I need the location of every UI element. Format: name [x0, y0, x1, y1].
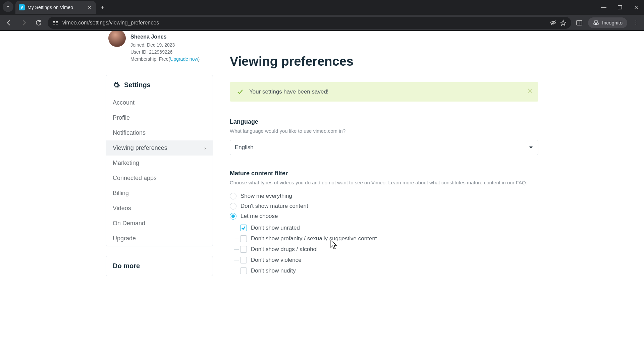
faq-link[interactable]: FAQ: [516, 180, 526, 185]
settings-nav-card: Settings AccountProfileNotificationsView…: [106, 75, 213, 246]
profile-joined: Joined: Dec 19, 2023: [130, 42, 200, 49]
radio-label: Let me choose: [240, 213, 278, 220]
radio-show-me-everything[interactable]: Show me everything: [230, 191, 538, 201]
mature-radio-group: Show me everythingDon't show mature cont…: [230, 191, 538, 276]
svg-point-10: [594, 23, 596, 25]
banner-text: Your settings have been saved!: [249, 88, 329, 95]
settings-title: Settings: [124, 81, 151, 89]
checkbox-input[interactable]: [240, 257, 247, 263]
language-select[interactable]: English: [230, 140, 538, 155]
bookmark-star-icon[interactable]: [560, 19, 567, 26]
profile-name: Sheena Jones: [130, 33, 200, 41]
profile-block: Sheena Jones Joined: Dec 19, 2023 User I…: [106, 33, 213, 63]
profile-membership: Membership: Free(Upgrade now): [130, 56, 200, 63]
svg-rect-5: [56, 24, 58, 24]
browser-tab[interactable]: v My Settings on Vimeo ✕: [15, 1, 96, 14]
tab-close-button[interactable]: ✕: [87, 4, 93, 10]
site-info-icon[interactable]: [52, 19, 59, 26]
checkbox-input[interactable]: [240, 246, 247, 253]
eye-off-icon[interactable]: [550, 19, 556, 26]
svg-rect-1: [53, 22, 55, 23]
checkbox-don-t-show-unrated[interactable]: Don't show unrated: [234, 223, 538, 233]
sidebar-item-connected-apps[interactable]: Connected apps: [106, 171, 213, 186]
mature-desc: Choose what types of videos you do and d…: [230, 179, 538, 187]
svg-rect-4: [56, 22, 58, 23]
tab-title: My Settings on Vimeo: [28, 5, 84, 10]
arrow-right-icon: [20, 19, 27, 26]
radio-don-t-show-mature-content[interactable]: Don't show mature content: [230, 201, 538, 211]
language-title: Language: [230, 118, 538, 125]
profile-user-id: User ID: 212969226: [130, 49, 200, 56]
svg-line-7: [551, 20, 555, 25]
checkbox-label: Don't show nudity: [251, 267, 296, 274]
forward-button[interactable]: [18, 17, 30, 28]
checkbox-input[interactable]: [240, 225, 247, 231]
radio-let-me-choose[interactable]: Let me choose: [230, 211, 538, 221]
sidebar-item-billing[interactable]: Billing: [106, 186, 213, 201]
sidebar-item-viewing-preferences[interactable]: Viewing preferences›: [106, 140, 213, 156]
chevron-down-icon: [529, 145, 533, 150]
window-minimize-button[interactable]: —: [596, 0, 612, 15]
checkbox-input[interactable]: [240, 267, 247, 274]
language-value: English: [235, 144, 254, 151]
svg-rect-3: [56, 21, 58, 22]
checkbox-don-t-show-profanity-sexually-suggestive-content[interactable]: Don't show profanity / sexually suggesti…: [234, 233, 538, 244]
sidebar-item-on-demand[interactable]: On Demand: [106, 216, 213, 231]
do-more-title: Do more: [113, 262, 140, 270]
reload-icon: [35, 19, 42, 26]
radio-label: Show me everything: [240, 193, 292, 199]
do-more-card: Do more: [106, 256, 213, 276]
svg-rect-0: [53, 21, 55, 22]
upgrade-link[interactable]: Upgrade now: [170, 56, 198, 62]
radio-input[interactable]: [230, 193, 236, 199]
side-panel-icon[interactable]: [575, 18, 584, 27]
sidebar-item-upgrade[interactable]: Upgrade: [106, 231, 213, 246]
checkbox-label: Don't show drugs / alcohol: [251, 246, 318, 253]
chevron-down-icon: [6, 5, 10, 9]
search-tabs-button[interactable]: [3, 1, 13, 12]
svg-rect-2: [53, 24, 55, 24]
svg-point-11: [596, 23, 598, 25]
window-maximize-button[interactable]: ❐: [612, 0, 628, 15]
checkbox-input[interactable]: [240, 235, 247, 242]
mature-title: Mature content filter: [230, 170, 538, 177]
banner-close-button[interactable]: ✕: [527, 87, 533, 96]
checkbox-label: Don't show violence: [251, 257, 302, 263]
page-title: Viewing preferences: [230, 54, 538, 69]
checkbox-don-t-show-drugs-alcohol[interactable]: Don't show drugs / alcohol: [234, 244, 538, 255]
sidebar-item-marketing[interactable]: Marketing: [106, 156, 213, 171]
language-desc: What language would you like to use vime…: [230, 127, 538, 135]
page-viewport: Sheena Jones Joined: Dec 19, 2023 User I…: [0, 31, 644, 362]
sidebar-item-account[interactable]: Account: [106, 95, 213, 110]
address-bar[interactable]: vimeo.com/settings/viewing_preferences: [48, 17, 571, 29]
new-tab-button[interactable]: +: [96, 4, 109, 11]
incognito-icon: [593, 19, 599, 26]
success-banner: Your settings have been saved! ✕: [230, 82, 538, 102]
check-icon: [236, 88, 244, 96]
arrow-left-icon: [6, 19, 12, 26]
sidebar-item-videos[interactable]: Videos: [106, 201, 213, 216]
checkbox-label: Don't show profanity / sexually suggesti…: [251, 235, 377, 242]
settings-nav: AccountProfileNotificationsViewing prefe…: [106, 95, 213, 246]
svg-rect-8: [577, 20, 582, 25]
checkbox-don-t-show-nudity[interactable]: Don't show nudity: [234, 265, 538, 276]
back-button[interactable]: [3, 17, 15, 28]
incognito-label: Incognito: [602, 20, 623, 25]
browser-menu-button[interactable]: ⋮: [631, 18, 641, 27]
sidebar-item-notifications[interactable]: Notifications: [106, 125, 213, 140]
radio-input[interactable]: [230, 213, 236, 220]
chevron-right-icon: ›: [204, 145, 206, 151]
reload-button[interactable]: [33, 17, 44, 28]
checkbox-don-t-show-violence[interactable]: Don't show violence: [234, 255, 538, 265]
incognito-chip[interactable]: Incognito: [588, 17, 627, 28]
checkbox-label: Don't show unrated: [251, 225, 300, 231]
radio-input[interactable]: [230, 203, 236, 209]
window-close-button[interactable]: ✕: [628, 0, 644, 15]
radio-label: Don't show mature content: [240, 203, 308, 209]
gear-icon: [113, 81, 120, 89]
url-text: vimeo.com/settings/viewing_preferences: [62, 20, 546, 26]
sidebar-item-profile[interactable]: Profile: [106, 110, 213, 125]
browser-toolbar: vimeo.com/settings/viewing_preferences I…: [0, 15, 644, 31]
avatar[interactable]: [108, 31, 126, 47]
browser-tab-strip: v My Settings on Vimeo ✕ + — ❐ ✕: [0, 0, 644, 15]
